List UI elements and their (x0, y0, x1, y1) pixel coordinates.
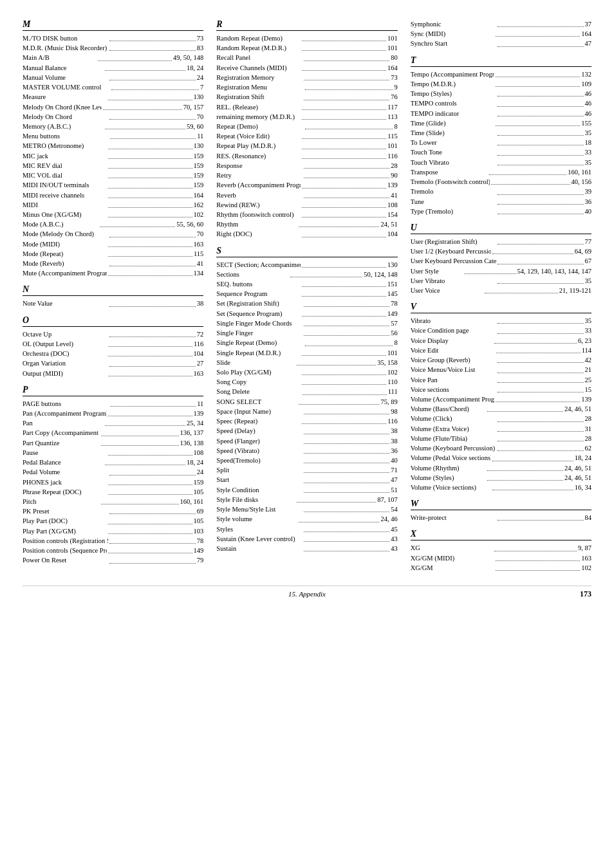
entry-name: User 1/2 (Keyboard Percussion) (411, 246, 492, 256)
entry-page: 139 (387, 180, 398, 190)
index-entry: Part Quantize136, 138 (23, 438, 203, 448)
entry-page: 139 (194, 409, 204, 418)
entry-dots (496, 79, 580, 87)
entry-page: 35 (585, 158, 592, 167)
entry-dots (498, 39, 583, 46)
entry-page: 39 (585, 187, 592, 196)
index-entry: User (Registration Shift)77 (411, 237, 591, 246)
entry-page: 43 (391, 544, 398, 553)
entry-dots (108, 151, 192, 159)
entry-dots (498, 276, 583, 284)
entry-page: 102 (387, 367, 398, 377)
entry-page: 70 (197, 229, 204, 239)
entry-dots (302, 43, 386, 51)
index-entry: Sustain (Knee Lever control)43 (216, 534, 397, 544)
entry-dots (302, 229, 386, 237)
entry-dots (498, 326, 583, 333)
index-entry: Single Repeat (Demo)8 (216, 338, 397, 347)
entry-name: Rhythm (216, 219, 297, 229)
entry-name: Manual Volume (23, 73, 108, 82)
entry-page: 149 (194, 546, 204, 555)
index-entry: Time (Slide)35 (411, 128, 591, 138)
entry-name: Octave Up (23, 329, 108, 339)
index-entry: MIDI receive channels164 (23, 190, 203, 200)
entry-name: Type (Tremolo) (411, 207, 496, 216)
index-entry: Style Menu/Style List54 (216, 504, 397, 514)
index-entry: User Voice21, 119-121 (411, 286, 591, 295)
entry-dots (302, 260, 386, 268)
section-letter-V: V (411, 302, 591, 313)
index-entry: Voice Menus/Voice List21 (411, 365, 591, 374)
entry-page: 64, 69 (575, 246, 591, 256)
index-entry: Retry90 (216, 171, 397, 180)
entry-page: 78 (197, 536, 204, 546)
entry-page: 35 (585, 316, 592, 326)
index-entry: Main A/B49, 50, 148 (23, 53, 203, 62)
entry-name: Style volume (216, 514, 297, 524)
index-entry: Transpose160, 161 (411, 167, 591, 177)
index-entry: Volume (Voice sections)16, 34 (411, 483, 591, 492)
index-entry: Style File disks87, 107 (216, 495, 397, 504)
entry-page: 11 (197, 399, 203, 409)
entry-name: XG/GM (411, 563, 495, 573)
entry-dots (110, 131, 196, 139)
index-entry: Set (Sequence Program)149 (216, 309, 397, 319)
entry-page: 101 (387, 43, 398, 53)
entry-name: Power On Reset (23, 555, 108, 565)
entry-name: PAGE buttons (23, 399, 109, 409)
entry-name: Set (Registration Shift) (216, 299, 302, 308)
entry-name: OL (Output Level) (23, 339, 107, 349)
entry-dots (494, 336, 577, 344)
entry-page: 25 (585, 375, 592, 385)
entry-page: 164 (387, 63, 398, 73)
entry-dots (105, 63, 186, 71)
index-entry: Sections50, 124, 148 (216, 270, 397, 279)
entry-name: Manual Balance (23, 63, 104, 73)
entry-name: Time (Glide) (411, 118, 495, 128)
entry-name: Voice Menus/Voice List (411, 365, 496, 374)
entry-name: Voice Group (Reverb) (411, 355, 496, 365)
entry-page: 132 (581, 69, 591, 79)
entry-dots (305, 82, 393, 90)
index-entry: Tempo (Accompaniment Program)132 (411, 69, 591, 79)
entry-dots (498, 128, 583, 136)
entry-page: 78 (391, 299, 398, 308)
section-letter-S: S (216, 246, 397, 257)
entry-name: Touch Tone (411, 147, 496, 157)
entry-dots (299, 219, 380, 227)
entry-name: Right (DOC) (216, 229, 301, 239)
index-entry: Recall Panel80 (216, 53, 397, 62)
entry-dots (304, 465, 389, 473)
index-entry: Tempo (Styles)46 (411, 89, 591, 98)
entry-dots (105, 122, 186, 129)
entry-page: 57 (391, 319, 398, 328)
index-entry: TEMPO controls46 (411, 98, 591, 108)
entry-dots (304, 53, 389, 60)
index-entry: Output (MIDI)163 (23, 369, 203, 378)
index-entry: Repeat (Voice Edit)115 (216, 131, 397, 141)
entry-page: 51 (391, 485, 398, 495)
entry-dots (498, 443, 583, 451)
entry-page: 113 (387, 112, 397, 122)
index-entry: Position controls (Registration Shift)78 (23, 536, 203, 546)
entry-name: SECT (Section; Accompaniment Program) (216, 260, 301, 270)
entry-name: Volume (Styles) (411, 473, 487, 483)
index-entry: Mode (Melody On Chord)70 (23, 229, 203, 239)
entry-page: 24, 46, 51 (564, 404, 591, 414)
entry-dots (496, 394, 580, 402)
index-entry: Response28 (216, 161, 397, 171)
index-entry: Part Copy (Accompaniment Program)136, 13… (23, 428, 203, 438)
entry-dots (304, 485, 389, 493)
entry-name: Organ Variation (23, 358, 108, 368)
entry-page: 28 (585, 434, 592, 443)
entry-page: 21, 119-121 (559, 286, 591, 295)
entry-page: 114 (582, 346, 591, 355)
entry-page: 24, 46 (380, 514, 397, 524)
entry-dots (108, 249, 192, 257)
entry-page: 105 (194, 516, 204, 526)
entry-page: 31 (585, 424, 592, 434)
index-entry: Voice Condition page33 (411, 326, 591, 335)
entry-name: User Keyboard Percussion Categories (411, 256, 496, 266)
entry-page: 73 (197, 33, 204, 43)
entry-page: 46 (585, 109, 592, 118)
